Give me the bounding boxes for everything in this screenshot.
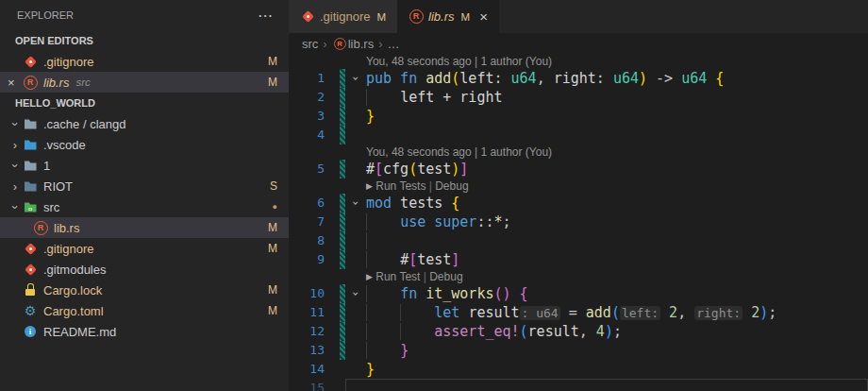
line-number[interactable]: 15	[289, 379, 332, 391]
tab-label: lib.rs	[428, 9, 454, 24]
tree-item-label: .cache / clangd	[43, 117, 125, 131]
tree-item-lib-rs[interactable]: lib.rsM	[0, 217, 289, 238]
line-number[interactable]: 10	[289, 284, 332, 303]
chevron-down-icon[interactable]: ›	[8, 199, 23, 214]
line-number[interactable]: 4	[289, 126, 332, 144]
code-token: ;	[613, 323, 622, 340]
line-number[interactable]: 1	[289, 69, 332, 88]
workspace-header[interactable]: HELLO_WORLD	[0, 93, 289, 113]
line-number[interactable]: 11	[289, 303, 332, 322]
code-token	[511, 285, 520, 302]
line-number[interactable]: 12	[289, 322, 332, 341]
tree-item-riot[interactable]: ›RIOTS	[0, 176, 289, 196]
line-number[interactable]: 7	[289, 212, 332, 231]
tree-item--gitmodules[interactable]: .gitmodules	[0, 259, 289, 280]
code-line[interactable]: }	[345, 107, 868, 126]
code-line[interactable]: ›mod tests {	[345, 194, 868, 212]
inlay-hint: : u64	[520, 306, 560, 320]
code-line-row: 3}	[289, 107, 868, 126]
code-token: add	[586, 304, 611, 321]
tree-item--gitignore[interactable]: .gitignoreM	[0, 238, 289, 259]
code-line[interactable]: › fn it_works() {	[345, 284, 868, 303]
modified-badge: M	[268, 55, 277, 68]
chevron-right-icon[interactable]: ›	[8, 138, 23, 152]
chevron-right-icon[interactable]: ›	[8, 179, 23, 194]
breadcrumb-item[interactable]: …	[387, 37, 399, 51]
code-line[interactable]: assert_eq!(result, 4);	[345, 322, 868, 341]
git-icon	[23, 262, 38, 277]
line-number[interactable]: 3	[289, 107, 332, 126]
open-editor-item[interactable]: ×lib.rssrcM	[0, 72, 289, 93]
fold-spacer	[345, 250, 366, 269]
chevron-down-icon[interactable]: ›	[8, 116, 23, 131]
line-number[interactable]: 5	[289, 160, 332, 178]
inlay-hint: left:	[620, 306, 660, 320]
tree-item-cargo-toml[interactable]: Cargo.tomlM	[0, 300, 289, 321]
more-actions-icon[interactable]: ⋯	[258, 7, 274, 25]
tree-item-cargo-lock[interactable]: Cargo.lockM	[0, 280, 289, 300]
codelens-text[interactable]: You, 48 seconds ago | 1 author (You)	[366, 144, 552, 160]
fold-chevron-down-icon[interactable]: ›	[346, 68, 365, 89]
line-number[interactable]: 13	[289, 341, 332, 360]
code-token: )	[503, 285, 511, 302]
gutter: 14	[289, 360, 345, 379]
chevron-down-icon[interactable]: ›	[8, 158, 23, 173]
code-line[interactable]: }	[345, 341, 868, 360]
breadcrumb-item[interactable]: lib.rs	[332, 36, 374, 51]
close-icon[interactable]: ×	[479, 8, 488, 25]
codelens-link[interactable]: Run Test	[376, 269, 420, 284]
code-line[interactable]	[345, 379, 868, 391]
code-line[interactable]	[345, 231, 868, 250]
code-line[interactable]: use super::*;	[345, 212, 868, 231]
line-number[interactable]: 2	[289, 88, 332, 107]
folder-src-icon	[23, 199, 38, 214]
code-token	[366, 304, 400, 321]
tab-lib-rs[interactable]: lib.rsM×	[397, 0, 499, 33]
fold-chevron-down-icon[interactable]: ›	[346, 283, 365, 304]
line-number[interactable]: 14	[289, 360, 332, 379]
breadcrumb-item[interactable]: src	[302, 37, 318, 51]
tree-item-src[interactable]: ›src●	[0, 196, 289, 217]
fold-spacer	[345, 231, 366, 250]
code-token	[366, 89, 400, 106]
code-line-row: 5#[cfg(test)]	[289, 160, 868, 178]
codelens-link[interactable]: Debug	[429, 269, 462, 284]
code-editor[interactable]: You, 48 seconds ago | 1 author (You)1›pu…	[289, 54, 868, 391]
code-line[interactable]: #[test]	[345, 250, 868, 269]
code-line[interactable]: let result: u64 = add(left: 2, right: 2)…	[345, 303, 868, 322]
gear-icon	[23, 303, 38, 318]
line-number[interactable]: 6	[289, 194, 332, 212]
tree-item--cache-clangd[interactable]: ›.cache / clangd	[0, 113, 289, 134]
gutter: 4	[289, 126, 345, 144]
code-line[interactable]: #[cfg(test)]	[345, 160, 868, 178]
code-line[interactable]: }	[345, 360, 868, 379]
explorer-sidebar: EXPLORER ⋯ OPEN EDITORS .gitignoreM×lib.…	[0, 0, 289, 391]
line-number[interactable]: 9	[289, 250, 332, 269]
open-editor-item[interactable]: .gitignoreM	[0, 51, 289, 72]
open-editors-header[interactable]: OPEN EDITORS	[0, 30, 289, 51]
code-token: test	[417, 251, 451, 268]
tree-item-readme-md[interactable]: README.md	[0, 321, 289, 342]
status-badge: M	[268, 242, 277, 255]
fold-chevron-down-icon[interactable]: ›	[346, 193, 365, 213]
codelens-text[interactable]: You, 48 seconds ago | 1 author (You)	[366, 54, 552, 69]
code-text: }	[366, 107, 375, 126]
fold-spacer	[345, 303, 366, 322]
codelens-link[interactable]: Debug	[435, 178, 468, 194]
tree-item-1[interactable]: ›1	[0, 155, 289, 176]
code-line[interactable]	[345, 126, 868, 144]
line-number[interactable]: 8	[289, 231, 332, 250]
open-editor-description: src	[75, 76, 90, 88]
code-line[interactable]: ›pub fn add(left: u64, right: u64) -> u6…	[345, 69, 868, 88]
lock-icon	[23, 282, 38, 298]
code-line[interactable]: left + right	[345, 88, 868, 107]
run-icon: ▶	[366, 269, 373, 284]
tree-item--vscode[interactable]: ›.vscode	[0, 134, 289, 155]
codelens-link[interactable]: Run Tests	[376, 178, 426, 194]
code-text: pub fn add(left: u64, right: u64) -> u64…	[366, 69, 724, 88]
code-token: tests	[392, 195, 451, 212]
code-token	[366, 285, 400, 302]
close-icon[interactable]: ×	[8, 76, 23, 90]
tab--gitignore[interactable]: .gitignoreM	[289, 0, 397, 33]
tree-item-label: lib.rs	[54, 221, 79, 235]
